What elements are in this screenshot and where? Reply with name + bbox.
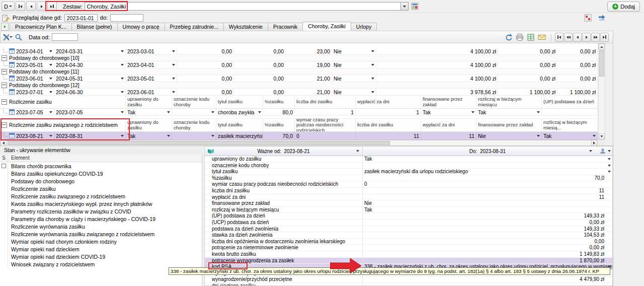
property-value[interactable]: 149,33 zł — [363, 213, 612, 219]
state-checkbox-cell[interactable] — [0, 162, 8, 170]
property-value[interactable]: 1 149,83 zł — [363, 251, 612, 257]
property-value[interactable]: 104,53 zł — [363, 232, 612, 238]
state-checkbox-cell[interactable] — [0, 253, 8, 260]
grid-benefit-row[interactable]: 2023-07-052023-07-05Takchoroba zwykła80,… — [0, 109, 598, 116]
dropdown-icon[interactable] — [49, 64, 52, 66]
list-item[interactable]: Parametry rozliczenia zasiłków w związku… — [0, 207, 202, 215]
grid-data-row[interactable]: 2023-07-012024-06-302023-06-010,000,0021… — [0, 89, 598, 96]
property-row[interactable]: kwota brutto zasiłku1 149,83 zł — [205, 251, 612, 258]
flag-cell[interactable]: Nie — [332, 48, 376, 54]
valid-to-value[interactable]: 2023-08-31 — [480, 149, 506, 154]
grid-cell[interactable]: Tak — [421, 109, 476, 115]
band-label-cell[interactable]: Rozliczenie zasiłku — [0, 96, 126, 108]
property-value[interactable]: zasiłek macierzyński dla urlopu rodzicie… — [363, 169, 612, 175]
date-cell[interactable]: 2023-05-01 — [0, 61, 54, 68]
column-header[interactable]: uprawniony do zasiłku — [126, 119, 172, 131]
data-od-field[interactable] — [52, 33, 78, 41]
grid-cell[interactable]: Tak — [476, 109, 542, 115]
date-cell[interactable]: 2023-08-31 — [54, 132, 126, 139]
search-icon[interactable] — [14, 33, 24, 42]
date-to-field[interactable] — [110, 14, 143, 22]
collapse-icon[interactable] — [2, 83, 7, 88]
nav-next-button[interactable] — [582, 33, 591, 42]
date-cell[interactable]: 2023-07-01 — [0, 89, 54, 95]
column-header[interactable]: oznaczenie kodu choroby — [172, 96, 216, 108]
state-checkbox-cell[interactable] — [0, 207, 8, 215]
grid-data-row[interactable]: 2023-06-012024-05-312023-05-010,000,0021… — [0, 75, 598, 82]
nav-prev-page-button[interactable] — [564, 33, 573, 42]
dropdown-icon[interactable] — [121, 91, 124, 93]
property-row[interactable]: wynagrodzenie/przychód przeciętne4 479,9… — [205, 276, 612, 283]
dropdown-icon[interactable] — [167, 135, 170, 137]
column-header[interactable]: wymiar czasu pracy podczas nieobecności … — [295, 119, 356, 131]
dropdown-icon[interactable] — [608, 165, 611, 167]
tab-pracowniczy-plan-k-[interactable]: Pracowniczy Plan K... — [10, 23, 72, 31]
layout-grid-icon[interactable] — [411, 2, 419, 11]
flag-cell[interactable]: Nie — [332, 89, 376, 95]
band-label-cell[interactable]: Rozliczenie zasiłku związanego z rodzici… — [0, 119, 126, 131]
layout-menu-button[interactable]: D — [2, 2, 15, 11]
column-header[interactable]: %zasiłku — [263, 119, 295, 131]
column-header[interactable]: finansowane przez zakład — [421, 96, 476, 108]
dropdown-icon[interactable] — [356, 150, 359, 152]
grid-group-row[interactable]: Podstawy do chorobowego [10] — [0, 55, 598, 61]
property-row[interactable]: (UP) podstawa za dzień149,33 zł — [205, 213, 612, 220]
dropdown-icon[interactable] — [608, 158, 611, 160]
tab-urlopy[interactable]: Urlopy — [351, 23, 377, 31]
column-header[interactable]: liczba dni zasiłku — [295, 96, 356, 108]
column-header[interactable]: finansowane przez zakład — [476, 119, 542, 131]
tab-przebieg-zatrudnie-[interactable]: Przebieg zatrudnie... — [165, 23, 224, 31]
collapse-icon[interactable] — [2, 122, 7, 128]
dropdown-icon[interactable] — [371, 78, 374, 80]
column-header[interactable]: wypłacić za dni — [356, 96, 421, 108]
list-item[interactable]: Bilans chorób pracownika — [0, 162, 202, 170]
collapse-icon[interactable] — [2, 99, 7, 105]
grid-cell[interactable]: Tak — [126, 132, 172, 139]
grid-data-row[interactable]: 2023-05-012024-04-302023-04-010,000,0019… — [0, 61, 598, 68]
tab-scroll-icon[interactable] — [1, 23, 9, 31]
date-cell[interactable]: 2023-08-21 — [0, 132, 54, 139]
dropdown-icon[interactable] — [608, 150, 611, 152]
list-item[interactable]: Wniosek związany z rodzicielstwem — [0, 260, 202, 268]
state-checkbox-cell[interactable] — [0, 260, 8, 268]
property-row[interactable]: wypłacić za dni11 — [205, 194, 612, 201]
state-checkbox-cell[interactable] — [0, 192, 8, 200]
dropdown-icon[interactable] — [121, 64, 124, 66]
dropdown-icon[interactable] — [211, 135, 214, 137]
column-header[interactable]: uprawniony do zasiłku — [126, 96, 172, 108]
tab-choroby-zasi-ki[interactable]: Choroby, Zasiłki — [302, 22, 351, 31]
dropdown-icon[interactable] — [121, 78, 124, 80]
dropdown-icon[interactable] — [121, 135, 124, 137]
scrollbar-thumb[interactable] — [8, 141, 390, 145]
state-checkbox-cell[interactable] — [0, 230, 8, 238]
grid-cell[interactable]: choroba zwykła — [216, 109, 263, 115]
mail-icon[interactable] — [537, 33, 547, 42]
date-cell[interactable]: 2024-03-31 — [54, 48, 126, 54]
column-header[interactable]: rozliczaj w bieżącym miesią... — [542, 119, 598, 131]
dropdown-icon[interactable] — [258, 111, 261, 113]
column-header[interactable]: liczba dni zasiłku — [356, 119, 421, 131]
state-checkbox-cell[interactable] — [0, 238, 8, 245]
scrollbar-thumb[interactable] — [599, 50, 604, 77]
list-item[interactable]: Wymiar opieki nad dzieckiem — [0, 245, 202, 253]
date-cell[interactable]: 2023-07-05 — [54, 109, 126, 115]
dropdown-icon[interactable] — [49, 78, 52, 80]
nav-last-button[interactable] — [600, 33, 609, 42]
edit-icon[interactable] — [2, 14, 10, 22]
dropdown-icon[interactable] — [211, 111, 214, 113]
dropdown-icon[interactable] — [172, 50, 175, 52]
property-row[interactable]: stawka za dzień zwolnienia104,53 zł — [205, 232, 612, 239]
state-checkbox-cell[interactable] — [0, 223, 8, 230]
grid-group-row[interactable]: Podstawy do chorobowego [11] — [0, 68, 598, 75]
dropdown-icon[interactable] — [537, 135, 540, 137]
grid-selected-row[interactable]: 2023-08-212023-08-31Takzasiłek macierzyń… — [0, 132, 598, 140]
grid-cell[interactable]: zasiłek macierzyński dl... — [216, 132, 263, 139]
property-value[interactable]: 11 — [363, 194, 612, 200]
property-row[interactable]: wymiar czasu pracy podczas nieobecności … — [205, 181, 612, 188]
property-row[interactable]: uprawniony do zasiłkuTak — [205, 156, 612, 163]
column-header[interactable]: tytuł zasiłku — [216, 119, 263, 131]
list-item[interactable]: Wymiar opieki nad dzieckiem COVID-19 — [0, 253, 202, 260]
property-value[interactable]: 4 479,90 zł — [363, 276, 612, 282]
property-value[interactable] — [363, 163, 612, 169]
property-row[interactable]: podstawa za dzień zwolnienia149,33 zł — [205, 226, 612, 233]
